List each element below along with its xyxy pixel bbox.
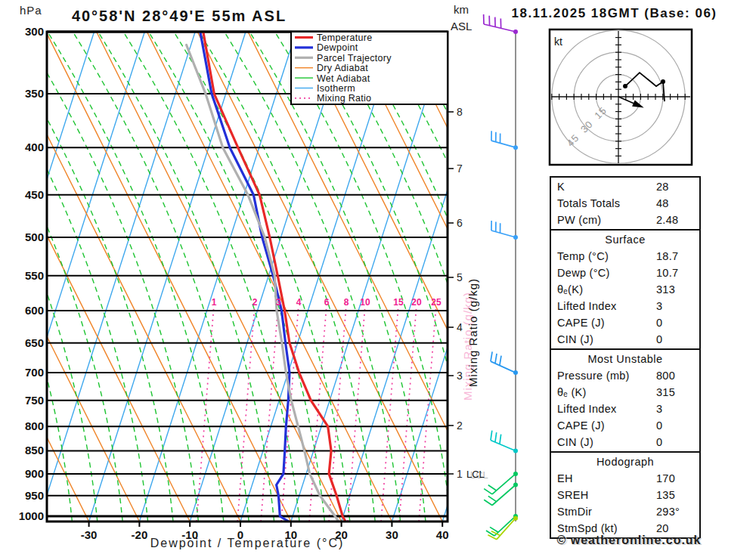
mixing-ratio-value-label: 4 — [296, 297, 302, 308]
hodograph-panel: 153045 — [550, 29, 692, 165]
stats-section-title: Surface — [551, 231, 699, 248]
stats-value: 293° — [656, 503, 699, 520]
pressure-tick-label: 500 — [25, 231, 44, 243]
barb-feather — [491, 351, 492, 361]
barb-feather — [484, 489, 492, 494]
plot-border — [47, 32, 448, 522]
stats-label: CAPE (J) — [557, 417, 656, 434]
mixing-ratio-line — [419, 308, 436, 522]
stats-label: CAPE (J) — [557, 314, 656, 331]
stats-label: K — [557, 178, 656, 195]
legend-entry-label: Wet Adiabat — [317, 73, 370, 84]
pressure-tick-label: 1000 — [19, 509, 44, 522]
pressure-tick-label: 700 — [25, 366, 44, 379]
mixing-ratio-value-label: 20 — [411, 297, 422, 308]
pressure-tick-label: 400 — [25, 141, 44, 153]
stats-label: CIN (J) — [557, 331, 656, 348]
barb-staff — [484, 24, 516, 32]
stats-row: θₑ (K)315 — [551, 384, 699, 401]
wet-adiabat-line — [325, 32, 501, 522]
stats-label: Lifted Index — [557, 401, 656, 417]
hodograph-trace-dot — [623, 84, 627, 88]
km-tick-label: 2 — [457, 419, 463, 432]
barb-staff — [491, 141, 516, 147]
dry-adiabat-line — [197, 32, 442, 522]
stats-row: Dewp (°C)10.7 — [551, 265, 699, 281]
hodograph-trace-dot — [661, 79, 665, 84]
mixing-ratio-value-label: 8 — [344, 297, 349, 308]
pressure-tick-label: 300 — [25, 25, 44, 38]
mixing-ratio-value-label: 10 — [360, 297, 370, 308]
stats-label: Lifted Index — [557, 298, 656, 314]
legend-entry-label: Mixing Ratio — [317, 93, 371, 104]
pressure-tick-label: 550 — [25, 269, 44, 282]
mixing-ratio-line — [348, 308, 365, 522]
stats-row: CAPE (J)0 — [551, 417, 699, 434]
wet-adiabat-line — [48, 32, 224, 522]
pressure-tick-label: 850 — [25, 444, 44, 457]
stats-label: PW (cm) — [557, 212, 656, 228]
stats-label: EH — [557, 470, 656, 487]
stats-label: StmDir — [557, 503, 656, 520]
sounding-curves — [187, 32, 345, 522]
altitude-axis-unit: km — [454, 3, 469, 16]
stats-value: 10.7 — [656, 265, 699, 281]
stats-value: 28 — [656, 178, 699, 195]
pressure-tick-label: 950 — [25, 489, 44, 502]
barb-feather — [491, 431, 492, 441]
stats-label: Totals Totals — [557, 195, 656, 212]
stats-row: PW (cm)2.48 — [551, 212, 699, 228]
stats-value: 0 — [656, 434, 699, 450]
stats-row: SREH135 — [551, 487, 699, 503]
stats-value: 0 — [656, 417, 699, 434]
temp-tick-label: -20 — [132, 528, 148, 541]
pressure-tick-label: 750 — [25, 394, 44, 407]
stats-value: 135 — [656, 487, 699, 503]
stats-section-title: Hodograph — [551, 453, 699, 470]
barb-feather — [495, 354, 497, 364]
stats-row: Pressure (mb)800 — [551, 367, 699, 384]
stats-value: 170 — [656, 470, 699, 487]
barb-feather — [488, 496, 497, 501]
legend-entry-label: Parcel Trajectory — [317, 53, 392, 63]
km-tick-label: 8 — [457, 106, 463, 118]
wet-adiabat-line — [0, 32, 148, 522]
stats-value: 313 — [656, 281, 699, 298]
pressure-tick-label: 600 — [25, 304, 44, 317]
mixing-ratio-value-label: 3 — [276, 297, 281, 308]
legend: TemperatureDewpointParcel TrajectoryDry … — [291, 32, 448, 104]
wet-adiabat-line — [199, 32, 375, 522]
station-title: 40°58'N 28°49'E 55m ASL — [28, 8, 330, 25]
mixing-ratio-value-label: 6 — [324, 297, 330, 308]
hodograph-unit-label: kt — [554, 36, 562, 48]
stats-label: Dewp (°C) — [557, 265, 656, 281]
sounding-page: 40°58'N 28°49'E 55m ASL 18.11.2025 18GMT… — [0, 0, 756, 554]
mixing-ratio-line — [329, 308, 346, 522]
barb-staff — [494, 516, 516, 536]
barb-staff — [491, 231, 516, 237]
km-tick-label: 6 — [457, 217, 463, 229]
mixing-ratio-line — [381, 308, 398, 522]
stats-section-title: Most Unstable — [551, 351, 699, 367]
stats-section: HodographEH170SREH135StmDir293°StmSpd (k… — [550, 451, 701, 539]
wet-adiabat-line — [249, 32, 426, 522]
stats-value: 0 — [656, 331, 699, 348]
stats-row: CIN (J)0 — [551, 331, 699, 348]
stats-row: StmDir293° — [551, 503, 699, 520]
stats-row: θₑ(K)313 — [551, 281, 699, 298]
lcl-label: LCL — [466, 469, 485, 480]
stats-value: 48 — [656, 195, 699, 212]
credit-watermark: © weatheronline.co.uk — [516, 534, 742, 547]
wet-adiabat-line — [149, 32, 325, 522]
stats-label: θₑ(K) — [557, 281, 656, 298]
km-tick-label: 5 — [457, 271, 463, 283]
temp-tick-label: -30 — [81, 528, 98, 541]
legend-entry-label: Isotherm — [317, 83, 355, 94]
stats-section: K28Totals Totals48PW (cm)2.48 — [550, 176, 701, 231]
pressure-tick-label: 900 — [25, 467, 44, 480]
dry-adiabat-line — [147, 32, 392, 522]
mixing-ratio-line — [197, 308, 214, 522]
pressure-tick-label: 650 — [25, 336, 44, 349]
barb-staff — [491, 361, 516, 373]
pressure-tick-label: 350 — [25, 87, 44, 100]
